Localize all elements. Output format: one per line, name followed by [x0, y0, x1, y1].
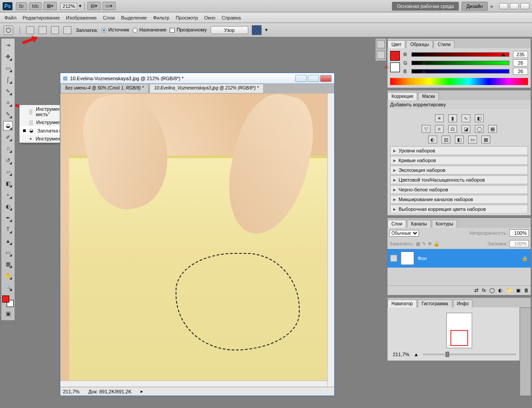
nav-zoom-value[interactable]: 211,7%: [393, 352, 409, 357]
horizontal-scrollbar[interactable]: [60, 381, 327, 387]
mask-icon[interactable]: ◯: [489, 288, 495, 293]
tab-histogram[interactable]: Гистограмма: [418, 299, 452, 307]
preset-item[interactable]: Кривые наборов: [390, 156, 528, 165]
status-docsize[interactable]: Док: 891,2K/891,2K: [88, 389, 131, 394]
eraser-tool[interactable]: ▱: [3, 167, 13, 177]
navigator-viewport[interactable]: [450, 330, 468, 346]
adj-gradmap-icon[interactable]: ▭: [468, 136, 477, 144]
blur-tool[interactable]: ∘: [3, 190, 13, 200]
adj-photo-icon[interactable]: ◯: [475, 125, 484, 133]
opacity-field[interactable]: 100%: [509, 229, 529, 237]
tab-navigator[interactable]: Навигатор: [387, 299, 417, 307]
menu-edit[interactable]: Редактирование: [23, 15, 60, 20]
adj-mixer-icon[interactable]: ▦: [488, 125, 497, 133]
doc-maximize-button[interactable]: [308, 75, 319, 82]
tab-adjustments[interactable]: Коррекция: [387, 92, 417, 100]
lock-trans-icon[interactable]: ▦: [416, 241, 420, 247]
zoom-dropdown-icon[interactable]: ▾: [79, 3, 82, 9]
adj-curves-icon[interactable]: ∿: [462, 114, 470, 122]
layer-name[interactable]: Фон: [418, 256, 427, 261]
nav-zoom-slider[interactable]: [423, 354, 516, 355]
crop-tool[interactable]: ⌗: [3, 98, 13, 108]
pen-tool[interactable]: ✒: [3, 213, 13, 223]
zoom-tool[interactable]: 🔍: [3, 282, 13, 292]
menu-view[interactable]: Просмотр: [176, 15, 198, 20]
fx-icon[interactable]: fx: [482, 288, 486, 293]
menu-select[interactable]: Выделение: [121, 15, 147, 20]
arrange-docs-button[interactable]: ▤▾: [87, 2, 101, 10]
lock-all-icon[interactable]: 🔒: [434, 241, 440, 247]
minibridge-button[interactable]: Mb: [29, 2, 42, 10]
tab-styles[interactable]: Стили: [434, 40, 454, 48]
tab-info[interactable]: Инфо: [453, 299, 473, 307]
doc-minimize-button[interactable]: [295, 75, 307, 82]
menu-help[interactable]: Справка: [222, 15, 241, 20]
menu-file[interactable]: Файл: [4, 15, 16, 20]
menu-window[interactable]: Окно: [204, 15, 215, 20]
menu-image[interactable]: Изображение: [66, 15, 97, 20]
adj-balance-icon[interactable]: ⚖: [448, 125, 457, 133]
tab-layers[interactable]: Слои: [387, 220, 406, 228]
visibility-toggle[interactable]: [390, 255, 397, 262]
value-b[interactable]: 26: [513, 68, 528, 75]
shape-tool[interactable]: ▭: [3, 248, 13, 257]
preset-item[interactable]: Экспозиция наборов: [390, 166, 528, 175]
type-tool[interactable]: T: [3, 225, 13, 234]
document-titlebar[interactable]: ▧ 10.Evelina-Voznesenskaya3.jpg @ 212% (…: [60, 73, 334, 84]
tab-color[interactable]: Цвет: [387, 40, 405, 48]
radio-destination[interactable]: Назначение: [133, 27, 166, 33]
adj-poster-icon[interactable]: ▨: [442, 136, 450, 144]
minimize-button[interactable]: [499, 3, 508, 9]
fill-field[interactable]: 100%: [509, 240, 529, 247]
slider-r[interactable]: [411, 52, 509, 57]
adj-thresh-icon[interactable]: ◧: [455, 136, 464, 144]
layer-row[interactable]: Фон 🔒: [387, 249, 531, 268]
layer-thumbnail[interactable]: [401, 252, 414, 265]
current-tool-icon[interactable]: ◯: [4, 25, 13, 35]
move-tool[interactable]: ✥: [3, 52, 13, 62]
rotate-view-dock[interactable]: [520, 307, 531, 396]
adj-levels-icon[interactable]: ▮: [448, 114, 457, 122]
document-tab-inactive[interactable]: Без имени-4 @ 50% (Слой 1, RGB/8) *: [60, 84, 149, 93]
tab-channels[interactable]: Каналы: [407, 220, 431, 228]
value-r[interactable]: 235: [513, 51, 528, 58]
adj-selective-icon[interactable]: ▩: [481, 136, 490, 144]
status-dropdown-icon[interactable]: ▸: [141, 389, 143, 394]
document-tab-active[interactable]: 10.Evelina_Voznesenskaya3.jpg @ 212% (RG…: [149, 84, 263, 93]
fg-color-swatch[interactable]: [2, 295, 9, 303]
quick-select-tool[interactable]: ✎: [3, 86, 13, 96]
design-workspace-button[interactable]: Дизайн: [462, 2, 488, 11]
preset-item[interactable]: Уровни наборов: [390, 146, 528, 155]
eyedropper-tool[interactable]: ✎: [3, 109, 13, 119]
value-g[interactable]: 26: [513, 59, 528, 66]
close-button[interactable]: [520, 3, 529, 9]
adj-layer-icon[interactable]: ◐: [498, 288, 503, 293]
pattern-dropdown-icon[interactable]: ▾: [265, 27, 268, 33]
slider-g[interactable]: [411, 61, 509, 65]
lock-pixel-icon[interactable]: ✎: [422, 241, 426, 247]
stamp-tool[interactable]: ⎍: [3, 144, 13, 154]
gradient-tool[interactable]: ◧: [3, 179, 13, 188]
blend-mode-select[interactable]: Обычные: [389, 230, 419, 237]
adj-brightness-icon[interactable]: ☀: [435, 114, 444, 122]
radio-source[interactable]: Источник: [102, 27, 129, 33]
dock-icon[interactable]: [377, 51, 385, 59]
vertical-scrollbar[interactable]: [327, 93, 334, 387]
canvas[interactable]: [60, 93, 334, 387]
status-zoom[interactable]: 211,7%: [63, 389, 79, 394]
patch-subtract-selection[interactable]: [51, 26, 59, 34]
collapse-icon[interactable]: ⇥: [3, 40, 13, 50]
adj-exposure-icon[interactable]: ◧: [475, 114, 484, 122]
patch-intersect-selection[interactable]: [63, 26, 71, 34]
doc-close-button[interactable]: [320, 75, 332, 82]
marquee-tool[interactable]: ▭: [3, 63, 13, 73]
brush-tool[interactable]: ✐: [3, 132, 13, 142]
adj-vibrance-icon[interactable]: ▽: [422, 125, 430, 133]
history-brush-tool[interactable]: ↺: [3, 155, 13, 165]
tab-swatches[interactable]: Образцы: [406, 40, 433, 48]
zoom-field[interactable]: 212%: [60, 3, 77, 10]
hand-tool[interactable]: ✋: [3, 271, 13, 280]
spectrum-ramp[interactable]: [390, 78, 528, 85]
bridge-button[interactable]: Br: [16, 2, 27, 10]
workspace-more-icon[interactable]: »: [490, 4, 493, 9]
